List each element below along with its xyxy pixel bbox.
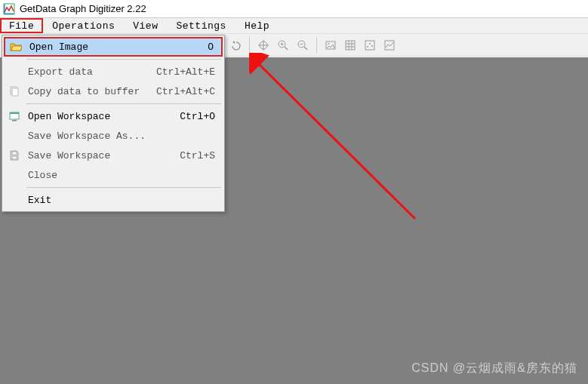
menubar: File Operations View Settings Help xyxy=(0,18,588,34)
menu-view[interactable]: View xyxy=(124,18,167,33)
menu-separator xyxy=(26,103,221,104)
svg-rect-26 xyxy=(12,156,17,159)
workspace-icon xyxy=(4,110,25,122)
menu-settings-label: Settings xyxy=(176,20,226,32)
menu-open-workspace[interactable]: Open Workspace Ctrl+O xyxy=(4,106,223,126)
toolbar-separator xyxy=(249,37,250,54)
svg-rect-21 xyxy=(12,88,18,96)
menu-exit-label: Exit xyxy=(25,195,147,206)
menu-separator xyxy=(26,59,221,60)
menu-close: Close xyxy=(4,165,223,185)
file-menu-dropdown: Open Image O Export data Ctrl+Alt+E Copy… xyxy=(2,35,225,212)
svg-line-7 xyxy=(285,47,288,50)
menu-file-label: File xyxy=(9,20,34,32)
grid-icon[interactable] xyxy=(341,36,359,54)
menu-export-data: Export data Ctrl+Alt+E xyxy=(4,62,223,81)
menu-settings[interactable]: Settings xyxy=(167,18,235,33)
points-icon[interactable] xyxy=(361,36,379,54)
menu-help[interactable]: Help xyxy=(236,18,279,33)
watermark: CSDN @云烟成雨&房东的猫 xyxy=(411,361,577,376)
svg-rect-24 xyxy=(12,120,17,121)
menu-export-data-shortcut: Ctrl+Alt+E xyxy=(147,66,223,78)
menu-file[interactable]: File xyxy=(0,18,43,33)
svg-point-17 xyxy=(369,43,371,45)
menu-close-label: Close xyxy=(25,170,147,181)
menu-copy-data-shortcut: Ctrl+Alt+C xyxy=(147,86,223,97)
menu-exit[interactable]: Exit xyxy=(4,190,223,210)
app-title: GetData Graph Digitizer 2.22 xyxy=(20,3,146,14)
menu-save-workspace-as-label: Save Workspace As... xyxy=(25,131,147,142)
save-icon xyxy=(4,149,25,161)
toolbar-separator xyxy=(316,37,317,54)
menu-open-workspace-label: Open Workspace xyxy=(25,111,147,122)
target-icon[interactable] xyxy=(254,36,272,54)
menu-open-image[interactable]: Open Image O xyxy=(4,37,223,57)
image-icon[interactable] xyxy=(322,36,340,54)
svg-rect-15 xyxy=(365,41,374,50)
svg-point-14 xyxy=(328,43,330,45)
svg-rect-23 xyxy=(10,112,19,114)
menu-save-workspace: Save Workspace Ctrl+S xyxy=(4,146,223,165)
svg-point-18 xyxy=(371,45,373,47)
titlebar: GetData Graph Digitizer 2.22 xyxy=(0,0,588,18)
menu-open-image-shortcut: O xyxy=(146,41,221,53)
menu-save-workspace-as: Save Workspace As... xyxy=(4,126,223,146)
menu-operations-label: Operations xyxy=(52,20,115,32)
svg-rect-25 xyxy=(12,152,17,155)
svg-point-16 xyxy=(367,46,368,48)
zoom-in-icon[interactable] xyxy=(274,36,292,54)
menu-export-data-label: Export data xyxy=(25,66,147,78)
svg-line-11 xyxy=(304,47,307,50)
menu-operations[interactable]: Operations xyxy=(43,18,124,33)
copy-icon xyxy=(4,85,25,97)
chart-icon[interactable] xyxy=(380,36,399,54)
menu-help-label: Help xyxy=(245,20,269,32)
menu-save-workspace-shortcut: Ctrl+S xyxy=(147,150,223,161)
menu-copy-data: Copy data to buffer Ctrl+Alt+C xyxy=(4,81,223,101)
menu-open-image-label: Open Image xyxy=(26,41,146,53)
zoom-out-icon[interactable] xyxy=(294,36,312,54)
menu-separator xyxy=(26,187,221,188)
menu-save-workspace-label: Save Workspace xyxy=(25,150,147,161)
menu-open-workspace-shortcut: Ctrl+O xyxy=(147,111,223,122)
app-icon xyxy=(3,3,15,15)
open-folder-icon xyxy=(5,41,26,53)
menu-view-label: View xyxy=(133,20,158,32)
undo-icon[interactable] xyxy=(226,36,245,54)
menu-copy-data-label: Copy data to buffer xyxy=(25,86,147,97)
